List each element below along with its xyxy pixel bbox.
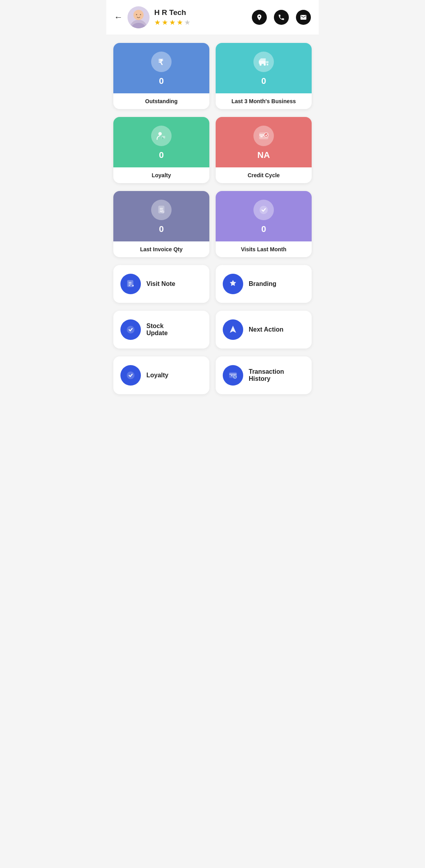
navigation-icon (223, 319, 243, 340)
loyalty-check-icon (120, 365, 141, 386)
transaction-icon (223, 365, 243, 386)
star-3: ★ (169, 18, 176, 27)
transaction-history-card[interactable]: Transaction History (216, 356, 312, 394)
svg-point-1 (133, 10, 144, 20)
last-invoice-qty-label: Last Invoice Qty (113, 241, 209, 257)
rating-stars: ★ ★ ★ ★ ★ (154, 18, 190, 27)
loyalty-icon: $ (151, 126, 172, 146)
cards-row-2: $ 0 Loyalty NA C (113, 117, 312, 183)
last-invoice-qty-value: 0 (159, 224, 164, 234)
card-visits-last-month[interactable]: 0 Visits Last Month (216, 191, 312, 257)
header: ← H R Tech ★ ★ ★ ★ (106, 0, 319, 35)
stock-update-label: StockUpdate (146, 323, 168, 337)
svg-point-4 (140, 14, 141, 15)
credit-cycle-value: NA (257, 150, 270, 160)
card-last-invoice-qty[interactable]: 0 Last Invoice Qty (113, 191, 209, 257)
invoice-icon (151, 200, 172, 220)
svg-rect-18 (260, 136, 263, 137)
star-4: ★ (177, 18, 183, 27)
cards-row-3: 0 Last Invoice Qty 0 Visits Last Month (113, 191, 312, 257)
next-action-label: Next Action (249, 326, 283, 333)
svg-marker-7 (259, 58, 266, 60)
card-last-3-months[interactable]: 0 Last 3 Month's Business (216, 43, 312, 109)
next-action-card[interactable]: Next Action (216, 311, 312, 349)
branding-label: Branding (249, 280, 276, 287)
outstanding-value: 0 (159, 76, 164, 86)
stock-update-card[interactable]: StockUpdate (113, 311, 209, 349)
card-outstanding[interactable]: ₹ 0 Outstanding (113, 43, 209, 109)
branding-card[interactable]: Branding (216, 265, 312, 303)
svg-text:₹: ₹ (158, 58, 163, 67)
visits-last-month-value: 0 (261, 224, 266, 234)
star-5: ★ (184, 18, 190, 27)
last3months-value: 0 (261, 76, 266, 86)
note-icon (120, 274, 141, 294)
last3months-label: Last 3 Month's Business (216, 93, 312, 109)
visits-last-month-label: Visits Last Month (216, 241, 312, 257)
outstanding-label: Outstanding (113, 93, 209, 109)
svg-point-11 (266, 64, 268, 65)
transaction-history-label: Transaction History (249, 368, 305, 382)
svg-point-9 (264, 63, 266, 65)
checkmark-circle-icon (253, 200, 274, 220)
visit-note-label: Visit Note (146, 280, 176, 287)
visit-note-card[interactable]: Visit Note (113, 265, 209, 303)
svg-point-3 (136, 14, 137, 15)
rupee-icon: ₹ (151, 52, 172, 72)
svg-point-31 (127, 372, 134, 379)
svg-point-8 (260, 63, 262, 65)
card-credit-cycle[interactable]: NA Credit Cycle (216, 117, 312, 183)
svg-point-25 (260, 206, 268, 214)
loyalty-value: 0 (159, 150, 164, 160)
svg-text:$: $ (162, 137, 163, 139)
loyalty-action-label: Loyalty (146, 372, 168, 379)
phone-icon[interactable] (274, 10, 289, 25)
svg-point-12 (158, 132, 162, 135)
star-2: ★ (162, 18, 168, 27)
loyalty-action-card[interactable]: Loyalty (113, 356, 209, 394)
action-row-3: Loyalty Transaction History (113, 356, 312, 394)
company-name: H R Tech (154, 8, 190, 17)
cards-row-1: ₹ 0 Outstanding (113, 43, 312, 109)
svg-point-19 (264, 133, 268, 137)
action-row-1: Visit Note Branding (113, 265, 312, 303)
svg-rect-6 (259, 61, 266, 64)
action-row-2: StockUpdate Next Action (113, 311, 312, 349)
main-content: ₹ 0 Outstanding (106, 35, 319, 402)
card-loyalty[interactable]: $ 0 Loyalty (113, 117, 209, 183)
check-circle-icon (120, 319, 141, 340)
location-icon[interactable] (252, 10, 267, 25)
svg-point-30 (127, 326, 134, 333)
vehicle-icon (253, 52, 274, 72)
trophy-icon (223, 274, 243, 294)
credit-cycle-label: Credit Cycle (216, 167, 312, 183)
email-icon[interactable] (296, 10, 311, 25)
avatar (128, 6, 150, 28)
credit-icon (253, 126, 274, 146)
back-button[interactable]: ← (114, 12, 123, 22)
star-1: ★ (154, 18, 161, 27)
loyalty-label: Loyalty (113, 167, 209, 183)
svg-rect-10 (266, 61, 268, 63)
